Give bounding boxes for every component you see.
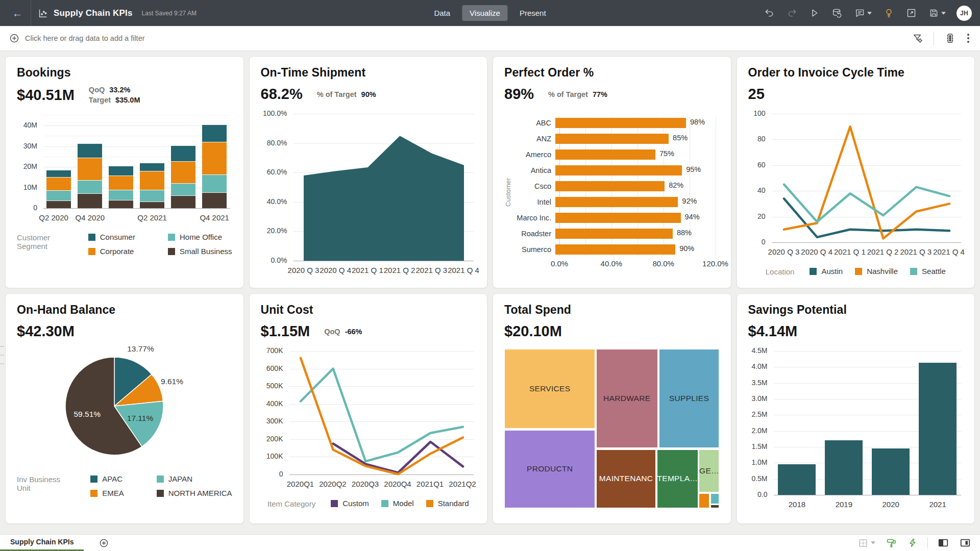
- undo-icon[interactable]: [763, 7, 776, 19]
- legend-item[interactable]: Nashville: [855, 267, 898, 276]
- tab-visualize[interactable]: Visualize: [462, 5, 508, 21]
- bar-segment[interactable]: [202, 174, 227, 193]
- stacked-bar[interactable]: [109, 115, 133, 208]
- bar-segment[interactable]: [140, 163, 164, 171]
- bar-segment[interactable]: [46, 177, 71, 190]
- save-icon[interactable]: [927, 7, 947, 19]
- bar-segment[interactable]: [778, 464, 816, 495]
- brush-style-icon[interactable]: [885, 537, 898, 549]
- traffic-light-icon[interactable]: [943, 32, 957, 45]
- h-bar[interactable]: [555, 118, 686, 128]
- h-bar[interactable]: [555, 197, 678, 207]
- treemap-node-hardware[interactable]: HARDWARE: [596, 349, 658, 448]
- legend-item[interactable]: Model: [381, 499, 414, 508]
- bar-segment[interactable]: [78, 143, 102, 158]
- legend-item[interactable]: Standard: [426, 499, 469, 508]
- h-bar[interactable]: [555, 134, 669, 144]
- canvas-tab[interactable]: Supply Chain KPIs: [0, 535, 84, 551]
- legend-item[interactable]: Austin: [810, 267, 843, 276]
- bar[interactable]: [872, 351, 910, 495]
- bar-segment[interactable]: [202, 142, 227, 174]
- bar-segment[interactable]: [46, 201, 71, 208]
- add-filter-icon[interactable]: [9, 33, 19, 43]
- legend-item[interactable]: Home Office: [168, 233, 232, 241]
- bar-segment[interactable]: [171, 145, 195, 161]
- stacked-bar[interactable]: [202, 115, 227, 208]
- treemap-node-services[interactable]: SERVICES: [504, 349, 595, 429]
- panel-right-toggle-icon[interactable]: [959, 536, 972, 549]
- treemap-node-templa[interactable]: TEMPLA…: [657, 449, 698, 508]
- refresh-data-icon[interactable]: [830, 7, 844, 20]
- h-bar[interactable]: [555, 149, 655, 160]
- stacked-bar[interactable]: [140, 115, 164, 208]
- treemap-node-supplies[interactable]: SUPPLIES: [659, 349, 720, 448]
- treemap-node-productn[interactable]: PRODUCTN: [504, 430, 595, 508]
- bar-segment[interactable]: [919, 363, 957, 495]
- add-canvas-icon[interactable]: [99, 538, 109, 548]
- legend-item[interactable]: Seattle: [910, 267, 946, 276]
- bar-segment[interactable]: [78, 180, 102, 193]
- auto-apply-flash-icon[interactable]: [906, 537, 919, 549]
- legend-item[interactable]: Corporate: [88, 247, 135, 256]
- treemap-node[interactable]: [699, 493, 709, 508]
- bar-segment[interactable]: [46, 190, 71, 200]
- bar[interactable]: [825, 351, 863, 495]
- bar-segment[interactable]: [109, 176, 133, 190]
- bar-segment[interactable]: [46, 170, 71, 177]
- legend-item[interactable]: Small Business: [168, 247, 232, 256]
- bar-segment[interactable]: [140, 202, 164, 208]
- bar-segment[interactable]: [109, 200, 133, 208]
- bar-segment[interactable]: [171, 195, 195, 208]
- bar-segment[interactable]: [78, 158, 102, 180]
- bar-segment[interactable]: [202, 124, 227, 142]
- legend-item[interactable]: APAC: [90, 474, 124, 483]
- filter-settings-icon[interactable]: [911, 32, 924, 45]
- legend-item[interactable]: EMEA: [90, 489, 124, 497]
- insights-lightbulb-icon[interactable]: [883, 7, 895, 19]
- bar[interactable]: [919, 351, 957, 495]
- stacked-bar[interactable]: [171, 115, 195, 208]
- tab-data[interactable]: Data: [426, 5, 458, 21]
- bar-segment[interactable]: [825, 440, 863, 495]
- open-window-icon[interactable]: [905, 7, 918, 19]
- filter-prompt[interactable]: Click here or drag data to add a filter: [25, 34, 145, 42]
- treemap-node[interactable]: [710, 493, 720, 504]
- treemap-node[interactable]: [710, 505, 720, 508]
- bar-segment[interactable]: [202, 192, 227, 208]
- h-bar[interactable]: [555, 244, 675, 255]
- line-series-Nashville[interactable]: [784, 127, 949, 238]
- legend-item[interactable]: JAPAN: [157, 474, 232, 483]
- canvas-resize-handle[interactable]: [1, 346, 4, 364]
- comments-icon[interactable]: [853, 7, 873, 19]
- run-play-icon[interactable]: [808, 7, 821, 19]
- area-series[interactable]: [293, 114, 474, 261]
- bar-segment[interactable]: [171, 161, 195, 183]
- bar-segment[interactable]: [872, 448, 910, 495]
- bar-segment[interactable]: [109, 190, 133, 200]
- bar-segment[interactable]: [171, 183, 195, 195]
- bar[interactable]: [778, 351, 816, 495]
- treemap-node-ge[interactable]: GE…: [699, 449, 719, 493]
- bar-segment[interactable]: [140, 171, 164, 190]
- h-bar[interactable]: [555, 165, 682, 176]
- redo-icon[interactable]: [786, 7, 798, 19]
- treemap-node-maintenanc[interactable]: MAINTENANC: [596, 449, 656, 508]
- line-series-Seattle[interactable]: [784, 185, 949, 222]
- canvas-layout-icon[interactable]: [857, 537, 876, 549]
- bar-segment[interactable]: [109, 166, 133, 176]
- panel-left-toggle-icon[interactable]: [937, 536, 950, 549]
- legend-item[interactable]: Consumer: [88, 233, 135, 241]
- h-bar[interactable]: [555, 229, 673, 239]
- tab-present[interactable]: Present: [512, 5, 554, 21]
- bar-segment[interactable]: [140, 190, 164, 202]
- user-avatar[interactable]: JH: [957, 6, 972, 21]
- legend-item[interactable]: Custom: [331, 499, 369, 508]
- more-options-kebab-icon[interactable]: [966, 32, 971, 45]
- stacked-bar[interactable]: [46, 115, 71, 208]
- h-bar[interactable]: [555, 181, 665, 191]
- h-bar[interactable]: [555, 213, 681, 223]
- back-button[interactable]: ←: [8, 6, 27, 20]
- legend-item[interactable]: NORTH AMERICA: [157, 489, 232, 497]
- bar-segment[interactable]: [78, 193, 102, 208]
- stacked-bar[interactable]: [78, 115, 102, 208]
